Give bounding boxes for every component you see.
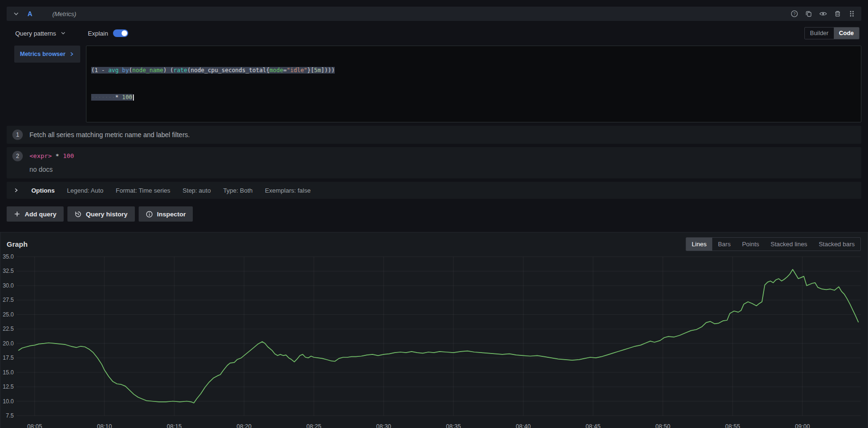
editor-mode-code[interactable]: Code <box>834 28 859 39</box>
trash-icon[interactable] <box>834 10 841 18</box>
draw-mode-stacked-lines[interactable]: Stacked lines <box>765 238 813 251</box>
svg-text:32.5: 32.5 <box>3 268 14 274</box>
svg-text:08:25: 08:25 <box>306 423 321 428</box>
svg-text:08:20: 08:20 <box>236 423 251 428</box>
explore-page: A (Metrics) ? <box>0 7 868 428</box>
options-label: Options <box>31 187 55 194</box>
explain-step-docs: no docs <box>29 164 74 175</box>
metrics-browser-button[interactable]: Metrics browser <box>14 46 80 63</box>
option-summary-item: Step: auto <box>183 187 211 194</box>
svg-text:17.5: 17.5 <box>3 354 14 361</box>
promql-expression-line1: (1 - avg by(node_name) (rate(node_cpu_se… <box>91 67 335 74</box>
query-patterns-label: Query patterns <box>15 30 56 37</box>
draw-mode-bars[interactable]: Bars <box>712 238 736 251</box>
svg-text:08:45: 08:45 <box>585 423 600 428</box>
query-ref-id: A <box>28 10 32 18</box>
eye-icon[interactable] <box>819 10 827 18</box>
query-row-header[interactable]: A (Metrics) ? <box>7 7 861 21</box>
svg-text:08:30: 08:30 <box>376 423 391 428</box>
svg-text:08:35: 08:35 <box>446 423 461 428</box>
add-query-button[interactable]: Add query <box>7 206 64 222</box>
inspector-label: Inspector <box>157 211 186 218</box>
svg-text:08:50: 08:50 <box>655 423 670 428</box>
explore-actions: Add query Query history Inspector <box>7 206 861 222</box>
option-summary-item: Exemplars: false <box>265 187 311 194</box>
svg-text:08:15: 08:15 <box>167 423 181 428</box>
copy-icon[interactable] <box>805 10 812 18</box>
collapse-chevron-icon[interactable] <box>12 10 20 18</box>
svg-text:15.0: 15.0 <box>3 369 14 376</box>
query-history-button[interactable]: Query history <box>67 206 135 222</box>
drag-handle-icon[interactable] <box>848 10 856 18</box>
explain-toggle[interactable] <box>113 29 128 37</box>
draw-mode-points[interactable]: Points <box>736 238 765 251</box>
time-series-chart[interactable]: 35.032.530.027.525.022.520.017.515.012.5… <box>0 252 868 428</box>
chevron-right-icon <box>69 51 75 57</box>
svg-text:08:40: 08:40 <box>516 423 530 428</box>
promql-editor[interactable]: (1 - avg by(node_name) (rate(node_cpu_se… <box>86 46 861 122</box>
svg-text:7.5: 7.5 <box>6 412 14 419</box>
explain-label: Explain <box>88 30 108 37</box>
query-field-row: Metrics browser (1 - avg by(node_name) (… <box>14 46 861 122</box>
chevron-down-icon <box>60 30 66 36</box>
step-number-badge: 1 <box>12 130 23 140</box>
inspector-button[interactable]: Inspector <box>139 206 193 222</box>
option-summary-item: Legend: Auto <box>67 187 104 194</box>
add-query-label: Add query <box>25 211 57 218</box>
graph-panel-title: Graph <box>7 240 28 248</box>
query-history-label: Query history <box>86 211 128 218</box>
query-toolbar: Query patterns Explain Builder Code <box>15 26 859 41</box>
svg-text:?: ? <box>793 11 796 16</box>
svg-text:35.0: 35.0 <box>3 253 14 260</box>
svg-text:25.0: 25.0 <box>3 311 14 318</box>
text-caret <box>133 94 134 101</box>
explain-step-text: Fetch all series matching metric name an… <box>29 130 190 140</box>
svg-text:09:00: 09:00 <box>795 423 810 428</box>
options-summary: Legend: AutoFormat: Time seriesStep: aut… <box>67 187 311 194</box>
editor-mode-builder[interactable]: Builder <box>805 28 834 39</box>
query-header-actions: ? <box>791 10 856 18</box>
draw-mode-stacked-bars[interactable]: Stacked bars <box>813 238 860 251</box>
svg-text:08:55: 08:55 <box>725 423 740 428</box>
graph-panel-header: Graph Lines Bars Points Stacked lines St… <box>0 233 868 252</box>
svg-text:08:05: 08:05 <box>27 423 42 428</box>
info-circle-icon <box>146 211 153 218</box>
query-options-row[interactable]: Options Legend: AutoFormat: Time seriesS… <box>7 182 861 199</box>
explain-step-1: 1 Fetch all series matching metric name … <box>7 126 861 144</box>
chevron-right-icon <box>13 187 19 193</box>
svg-text:27.5: 27.5 <box>3 297 14 303</box>
editor-mode-toggle: Builder Code <box>804 27 859 39</box>
help-icon[interactable]: ? <box>791 10 798 18</box>
svg-text:20.0: 20.0 <box>3 340 14 347</box>
graph-draw-mode-toggle: Lines Bars Points Stacked lines Stacked … <box>686 237 861 251</box>
promql-expression-line2: ·······* 100 <box>91 94 132 101</box>
datasource-label: (Metrics) <box>52 10 76 18</box>
svg-text:08:10: 08:10 <box>97 423 112 428</box>
svg-text:30.0: 30.0 <box>3 282 14 289</box>
toggle-knob <box>122 30 127 36</box>
explain-step-2: 2 <expr> * 100 no docs <box>7 147 861 178</box>
plus-icon <box>14 211 20 217</box>
query-patterns-button[interactable]: Query patterns <box>15 30 66 37</box>
explain-control: Explain <box>88 29 128 37</box>
svg-text:10.0: 10.0 <box>3 398 14 405</box>
query-editor-section: A (Metrics) ? <box>7 7 861 199</box>
svg-text:12.5: 12.5 <box>3 383 14 390</box>
explain-step-expression: <expr> * 100 <box>29 151 74 161</box>
step-number-badge: 2 <box>12 151 23 161</box>
draw-mode-lines[interactable]: Lines <box>686 238 712 251</box>
metrics-browser-label: Metrics browser <box>20 51 66 57</box>
svg-text:22.5: 22.5 <box>3 326 14 332</box>
history-icon <box>75 211 82 218</box>
option-summary-item: Format: Time series <box>116 187 170 194</box>
graph-panel: Graph Lines Bars Points Stacked lines St… <box>0 232 868 428</box>
option-summary-item: Type: Both <box>223 187 253 194</box>
